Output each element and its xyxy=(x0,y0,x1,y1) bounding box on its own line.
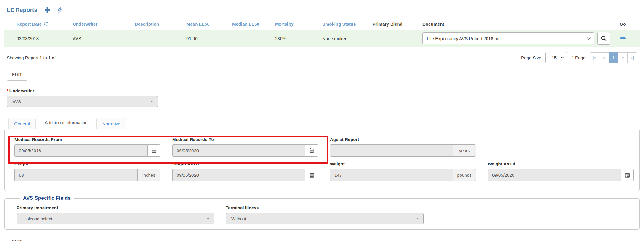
prev-page-button[interactable]: < xyxy=(599,52,609,63)
terminal-illness-select[interactable]: Without xyxy=(226,213,424,224)
primary-impairment-label: Primary Impairment xyxy=(17,205,214,210)
search-icon xyxy=(601,35,607,42)
column-label: Report Date xyxy=(17,22,42,27)
column-header-median-le50[interactable]: Median LE50 xyxy=(232,22,275,27)
minus-icon[interactable] xyxy=(620,37,626,39)
primary-impairment-value: -- please select -- xyxy=(22,216,56,221)
field-primary-impairment: Primary Impairment -- please select -- xyxy=(17,205,214,224)
age-at-report-input[interactable] xyxy=(330,144,453,157)
column-header-go: Go xyxy=(613,22,632,27)
medical-records-from-label: Medical Records From xyxy=(14,137,160,142)
weight-unit: pounds xyxy=(453,169,476,181)
age-at-report-unit: years xyxy=(453,144,476,157)
document-select[interactable]: Life Expectancy AVS Robert 2018.pdf xyxy=(422,32,594,44)
pager-buttons: |< < 1 > >| xyxy=(590,52,637,63)
weight-label: Weight xyxy=(330,161,476,166)
tab-narrative[interactable]: Narrative xyxy=(96,118,126,129)
calendar-icon xyxy=(152,148,157,153)
field-height-as-of: Height As Of 09/05/2020 xyxy=(172,161,318,181)
edit-button-bottom[interactable]: EDIT xyxy=(7,236,27,241)
column-header-description[interactable]: Description xyxy=(135,22,186,27)
page-header: LE Reports xyxy=(7,0,637,14)
column-header-primary-blend: Primary Blend xyxy=(373,22,422,27)
height-as-of-calendar-button[interactable] xyxy=(305,169,318,181)
first-page-button[interactable]: |< xyxy=(590,52,599,63)
medical-records-to-calendar-button[interactable] xyxy=(305,144,318,157)
height-as-of-input[interactable]: 09/05/2020 xyxy=(172,169,305,181)
next-page-button[interactable]: > xyxy=(618,52,628,63)
column-header-report-date[interactable]: Report Date xyxy=(17,22,73,27)
last-page-button[interactable]: >| xyxy=(627,52,637,63)
underwriter-select-value: AVS xyxy=(12,99,21,104)
lightning-icon[interactable] xyxy=(57,7,62,13)
height-input[interactable]: 63 xyxy=(14,169,137,181)
height-unit: inches xyxy=(137,169,160,181)
document-search-button[interactable] xyxy=(597,32,610,45)
weight-as-of-label: Weight As Of xyxy=(488,161,634,166)
field-weight-as-of: Weight As Of 09/05/2020 xyxy=(488,161,634,181)
table-header-row: Report Date Underwriter Description Mean… xyxy=(4,18,640,30)
column-header-underwriter[interactable]: Underwriter xyxy=(73,22,135,27)
table-summary: Showing Report 1 to 1 of 1. xyxy=(7,55,61,60)
cell-mortality: 280% xyxy=(275,36,322,41)
cell-go xyxy=(613,37,632,39)
page-size-select[interactable]: 15 xyxy=(545,52,567,63)
cell-smoking-status: Non-smoker xyxy=(322,36,373,41)
cell-report-date: 03/03/2018 xyxy=(17,36,73,41)
add-report-icon[interactable] xyxy=(44,7,50,13)
medical-records-to-label: Medical Records To xyxy=(172,137,318,142)
page-size-value: 15 xyxy=(552,55,557,60)
weight-as-of-input[interactable]: 09/05/2020 xyxy=(488,169,621,181)
underwriter-label: *Underwriter xyxy=(7,88,637,93)
tab-bar: General Additional Information Narrative xyxy=(7,116,637,129)
avs-specific-fields-section: AVS Specific Fields Primary Impairment -… xyxy=(4,195,640,230)
primary-impairment-select[interactable]: -- please select -- xyxy=(17,213,214,224)
medical-records-to-input[interactable]: 09/05/2020 xyxy=(172,144,305,157)
tab-additional-information[interactable]: Additional Information xyxy=(37,116,95,129)
field-weight: Weight 147 pounds xyxy=(330,161,476,181)
document-select-value: Life Expectancy AVS Robert 2018.pdf xyxy=(427,36,501,41)
medical-records-from-calendar-button[interactable] xyxy=(147,144,160,157)
cell-mean-le50: 91.00 xyxy=(186,36,232,41)
weight-as-of-calendar-button[interactable] xyxy=(621,169,634,181)
field-medical-records-to: Medical Records To 09/05/2020 xyxy=(172,137,318,157)
calendar-icon xyxy=(309,148,314,153)
underwriter-field: *Underwriter AVS xyxy=(7,88,637,107)
tab-general[interactable]: General xyxy=(8,118,36,129)
field-age-at-report: Age at Report years xyxy=(330,137,476,157)
chevron-down-icon xyxy=(560,56,564,59)
column-header-mean-le50[interactable]: Mean LE50 xyxy=(186,22,232,27)
cell-document: Life Expectancy AVS Robert 2018.pdf xyxy=(422,32,613,45)
field-terminal-illness: Terminal Illness Without xyxy=(226,205,424,224)
page-count-label: 1 Page xyxy=(571,55,586,60)
table-footer: Showing Report 1 to 1 of 1. Page Size 15… xyxy=(7,51,637,64)
weight-input[interactable]: 147 xyxy=(330,169,453,181)
table-row[interactable]: 03/03/2018 AVS 91.00 280% Non-smoker Lif… xyxy=(4,30,640,47)
plus-icon xyxy=(44,7,50,13)
underwriter-select[interactable]: AVS xyxy=(7,96,158,107)
height-as-of-label: Height As Of xyxy=(172,161,318,166)
sort-icon xyxy=(44,22,48,26)
page-title: LE Reports xyxy=(7,7,37,13)
tab-panel-additional-information: Medical Records From 09/05/2018 xyxy=(4,129,640,191)
required-asterisk: * xyxy=(7,88,9,93)
lightning-bolt-icon xyxy=(57,7,62,13)
current-page-button[interactable]: 1 xyxy=(609,52,618,63)
height-label: Height xyxy=(14,161,160,166)
avs-section-title: AVS Specific Fields xyxy=(20,195,74,201)
edit-button-top[interactable]: EDIT xyxy=(7,69,27,81)
column-header-smoking-status[interactable]: Smoking Status xyxy=(322,22,373,27)
pagination: Page Size 15 1 Page |< < 1 > >| xyxy=(521,52,637,63)
dropdown-arrow-icon xyxy=(416,218,419,219)
field-medical-records-from: Medical Records From 09/05/2018 xyxy=(14,137,160,157)
medical-records-from-input[interactable]: 09/05/2018 xyxy=(14,144,147,157)
page-size-label: Page Size xyxy=(521,55,541,60)
calendar-icon xyxy=(625,173,630,178)
column-header-mortality[interactable]: Mortality xyxy=(275,22,322,27)
terminal-illness-label: Terminal Illness xyxy=(226,205,424,210)
age-at-report-label: Age at Report xyxy=(330,137,476,142)
cell-underwriter: AVS xyxy=(73,36,135,41)
page-container: LE Reports Report Date xyxy=(2,0,642,241)
column-header-document: Document xyxy=(422,22,613,27)
field-height: Height 63 inches xyxy=(14,161,160,181)
